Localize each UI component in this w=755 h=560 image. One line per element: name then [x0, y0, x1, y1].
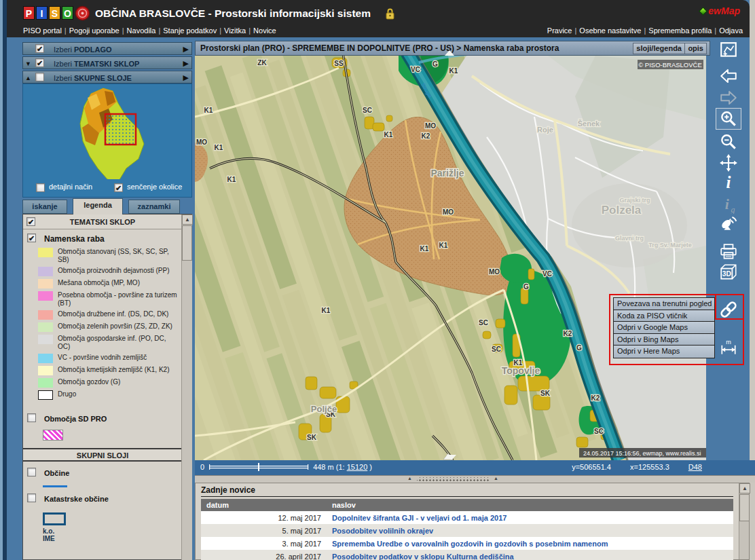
menu-item[interactable]: Stanje podatkov	[163, 26, 217, 35]
detail-mode-checkbox[interactable]	[36, 183, 45, 192]
zoom-out-tool[interactable]	[716, 131, 741, 153]
menu-item[interactable]: Pogoji uporabe	[69, 26, 119, 35]
obcine-checkbox[interactable]	[27, 468, 36, 477]
opis-button[interactable]: opis	[684, 43, 707, 54]
breadcrumb: Prostorski plan (PRO) - SPREMEMBE IN DOP…	[200, 43, 559, 53]
legend-item: Območja kmetijskih zemljišč (K1, K2)	[38, 366, 182, 375]
expand-arrow-icon[interactable]: ▶	[183, 72, 189, 83]
legend-header-label: TEMATSKI SKLOP	[23, 214, 182, 229]
menu-separator: |	[714, 26, 716, 35]
sidebar-bar-skupne-sloje[interactable]: ▲Izberi SKUPNE SLOJE▶	[22, 71, 192, 83]
news-scroll-thumb[interactable]	[739, 494, 750, 521]
zone-label: SC	[363, 107, 372, 114]
scroll-thumb[interactable]	[182, 225, 192, 261]
back-tool[interactable]	[716, 65, 741, 87]
tab-legenda[interactable]: legenda	[73, 198, 123, 214]
zone-label: MO	[489, 268, 500, 276]
zone-label: K1	[204, 107, 213, 114]
legend-item: Območja družbene inf. (DS, DC, DK)	[38, 310, 182, 320]
zone-label: MO	[425, 122, 436, 130]
scale-text: 448 m (1:	[313, 463, 347, 471]
news-col-datum: datum	[201, 499, 327, 511]
legend-label: Območja družbene inf. (DS, DC, DK)	[58, 310, 179, 320]
lock-icon	[385, 7, 395, 20]
zoom-in-tool[interactable]	[716, 108, 741, 130]
news-date: 26. april 2017	[201, 550, 327, 560]
scale-link[interactable]: 15120	[347, 463, 368, 471]
katastrske-row: Katastrske občine	[27, 493, 182, 505]
bar-checkbox[interactable]: ✔	[35, 58, 44, 67]
news-link[interactable]: Sprememba Uredbe o varovalnih gozdovih i…	[327, 537, 733, 550]
namenska-raba-checkbox[interactable]: ✔	[27, 234, 36, 242]
sd-pro-checkbox[interactable]	[27, 413, 36, 422]
splitter-handle[interactable]	[417, 477, 490, 481]
sd-pro-swatch	[43, 430, 63, 441]
menu-item[interactable]: Pravice	[547, 26, 572, 35]
news-link[interactable]: Posodobitev volilnih okrajev	[327, 524, 733, 537]
menu-item[interactable]: Odjava	[719, 26, 743, 35]
news-link[interactable]: Posodobitev podatkov v sklopu Kulturna d…	[327, 550, 733, 560]
menu-item[interactable]: Navodila	[127, 26, 156, 35]
map-viewport[interactable]: ZKSSVCGK1K1MOK1K1SCMOK2K1MOK1K1K1MOVCGSC…	[195, 56, 706, 460]
logo-letter: S	[49, 6, 60, 20]
bar-checkbox[interactable]	[35, 73, 44, 81]
menu-item[interactable]: Novice	[253, 26, 276, 35]
news-row: 3. maj 2017Sprememba Uredbe o varovalnih…	[201, 537, 733, 550]
menu-item[interactable]: Osebne nastavitve	[579, 26, 641, 35]
3d-tool[interactable]: 3D	[716, 261, 741, 283]
menu-item[interactable]: Sprememba profila	[648, 26, 712, 35]
news-row: 12. maj 2017Dopolnitev šifranta GJI - v …	[201, 511, 733, 524]
legend-swatch	[38, 279, 53, 288]
news-link[interactable]: Dopolnitev šifranta GJI - v veljavi od 1…	[327, 511, 733, 524]
datum-link[interactable]: D48	[688, 463, 702, 471]
header-menu-left: PISO portal|Pogoji uporabe|Navodila|Stan…	[23, 26, 276, 35]
menu-separator: |	[122, 26, 124, 35]
zone-label: G	[576, 344, 582, 352]
logo-letter: I	[36, 6, 48, 20]
info-tool[interactable]: i	[716, 171, 741, 193]
gps-tool[interactable]	[716, 212, 741, 234]
collapse-handle-top[interactable]	[445, 50, 454, 56]
forward-tool[interactable]	[716, 87, 741, 109]
tematski-sklop-checkbox[interactable]: ✔	[26, 217, 35, 226]
collapse-handle-bottom[interactable]	[447, 455, 456, 460]
expand-arrow-icon[interactable]: ▶	[183, 58, 189, 69]
legend-label: Območja gozdov (G)	[58, 378, 179, 388]
scroll-up-icon[interactable]: ▲	[182, 214, 193, 225]
shading-checkbox[interactable]: ✔	[114, 183, 123, 192]
town-label: Glavni trg	[615, 235, 644, 242]
news-scrollbar[interactable]: ▲	[739, 483, 749, 559]
zone-label: K2	[591, 394, 600, 402]
menu-item[interactable]: Vizitka	[224, 26, 246, 35]
detail-mode-label: detajlni način	[49, 183, 92, 191]
katastrske-checkbox[interactable]	[27, 493, 36, 502]
town-label: Šenek	[578, 119, 600, 128]
menu-separator: |	[644, 26, 646, 35]
sloji-legenda-button[interactable]: sloji/legenda	[633, 43, 685, 54]
news-row: 5. maj 2017Posodobitev volilnih okrajev	[201, 524, 733, 537]
overview-extent-tool[interactable]	[716, 39, 741, 61]
zone-label: K2	[422, 132, 430, 140]
piso-logo[interactable]: PISO	[23, 6, 73, 20]
tab-iskanje[interactable]: iskanje	[22, 200, 67, 214]
zone-label: MO	[196, 138, 207, 146]
collapse-triangle-icon[interactable]: ▲	[25, 73, 31, 84]
zone-label: K1	[449, 67, 458, 75]
legend-swatch	[38, 248, 53, 257]
menu-item[interactable]: PISO portal	[23, 26, 62, 35]
town-label: Grajski trg	[619, 197, 650, 204]
scale-bar	[208, 463, 310, 471]
legend-scrollbar[interactable]: ▲	[181, 214, 192, 560]
bar-checkbox[interactable]: ✔	[35, 44, 44, 53]
sidebar-bar-podlago[interactable]: ✔Izberi PODLAGO▶	[22, 42, 192, 55]
news-title: Zadnje novice	[201, 485, 733, 497]
zone-label: K1	[420, 245, 429, 253]
collapse-triangle-icon[interactable]: ▼	[25, 58, 31, 70]
sidebar-bar-tematski-sklop[interactable]: ▼✔Izberi TEMATSKI SKLOP▶	[22, 56, 192, 69]
obcine-label: Občine	[44, 469, 69, 477]
splitter[interactable]: ▲ ▲	[195, 475, 755, 483]
print-tool[interactable]	[716, 241, 741, 263]
news-scroll-up-icon[interactable]: ▲	[739, 483, 750, 493]
tab-zaznamki[interactable]: zaznamki	[128, 200, 180, 214]
expand-arrow-icon[interactable]: ▶	[183, 43, 189, 55]
